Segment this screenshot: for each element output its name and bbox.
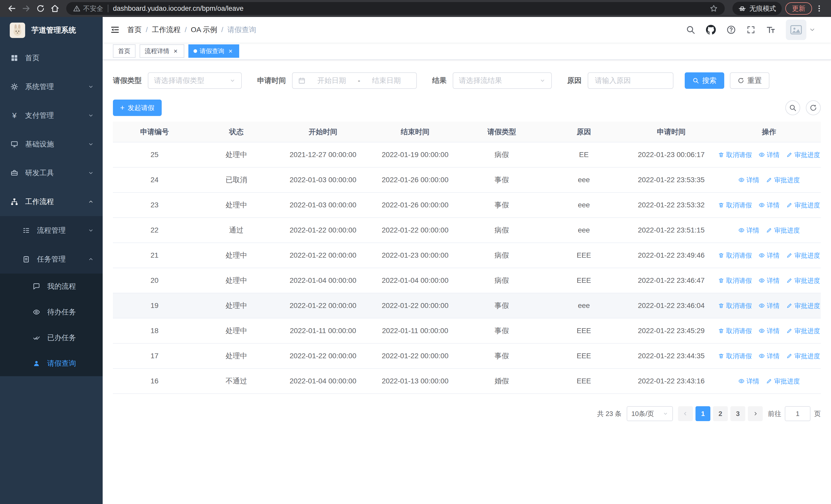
detail-link[interactable]: 详情	[758, 201, 780, 209]
row-actions: 取消请假详情审批进度	[717, 327, 821, 335]
sidebar-item-home[interactable]: 首页	[0, 43, 103, 72]
cell-apply-id: 25	[113, 142, 196, 167]
cancel-leave-link[interactable]: 取消请假	[718, 327, 752, 335]
detail-link[interactable]: 详情	[758, 327, 780, 335]
sidebar-item-my-process[interactable]: 我的流程	[0, 273, 103, 299]
eye-icon	[738, 177, 745, 183]
browser-update-button[interactable]: 更新	[785, 2, 812, 14]
start-date-input[interactable]: 开始日期	[308, 76, 356, 85]
approval-progress-link[interactable]: 审批进度	[786, 151, 820, 159]
page-button-1[interactable]: 1	[695, 406, 710, 421]
detail-link[interactable]: 详情	[738, 377, 760, 385]
cell-actions: 详情审批进度	[717, 368, 821, 394]
close-icon[interactable]	[227, 48, 234, 55]
cancel-leave-link[interactable]: 取消请假	[718, 276, 752, 285]
detail-link[interactable]: 详情	[738, 226, 760, 235]
sidebar-item-devtools[interactable]: 研发工具	[0, 158, 103, 187]
search-icon[interactable]	[686, 25, 695, 35]
sidebar-item-todo-tasks[interactable]: 待办任务	[0, 299, 103, 325]
toggle-search-button[interactable]	[785, 100, 800, 115]
cancel-leave-link[interactable]: 取消请假	[718, 301, 752, 310]
user-menu[interactable]	[786, 20, 815, 40]
reset-button[interactable]: 重置	[730, 72, 769, 89]
goto-page-input[interactable]	[785, 406, 810, 421]
detail-link[interactable]: 详情	[738, 176, 760, 184]
detail-link[interactable]: 详情	[758, 276, 780, 285]
chevron-down-icon	[88, 170, 94, 176]
cell-status: 处理中	[196, 268, 277, 293]
cell-start-time: 2022-01-22 00:00:00	[277, 343, 369, 368]
chevron-down-icon	[229, 78, 236, 84]
address-bar[interactable]: 不安全 dashboard.yudao.iocoder.cn/bpm/oa/le…	[66, 2, 725, 15]
detail-link[interactable]: 详情	[758, 301, 780, 310]
page-size-select[interactable]: 10条/页	[627, 406, 673, 421]
approval-progress-link[interactable]: 审批进度	[766, 377, 800, 385]
browser-reload-button[interactable]	[33, 1, 48, 16]
browser-home-button[interactable]	[48, 1, 62, 16]
cell-apply-time: 2022-01-22 23:49:46	[625, 243, 717, 268]
sidebar-collapse-button[interactable]	[103, 17, 127, 42]
fullscreen-icon[interactable]	[746, 25, 755, 34]
font-size-icon[interactable]	[766, 25, 776, 35]
cancel-leave-link[interactable]: 取消请假	[718, 151, 752, 159]
sidebar-item-infrastructure[interactable]: 基础设施	[0, 130, 103, 158]
approval-progress-link[interactable]: 审批进度	[786, 327, 820, 335]
approval-progress-link[interactable]: 审批进度	[786, 301, 820, 310]
cancel-leave-link[interactable]: 取消请假	[718, 201, 752, 209]
browser-back-button[interactable]	[5, 1, 19, 16]
page-button-3[interactable]: 3	[730, 406, 745, 421]
sidebar-item-done-tasks[interactable]: 已办任务	[0, 325, 103, 351]
date-range-picker[interactable]: 开始日期 - 结束日期	[292, 72, 417, 89]
reason-input[interactable]	[595, 77, 666, 85]
tabs-bar: 首页 流程详情 请假查询	[103, 42, 831, 60]
detail-link[interactable]: 详情	[758, 251, 780, 260]
sidebar-item-process-management[interactable]: 流程管理	[0, 216, 103, 245]
leave-type-select[interactable]: 请选择请假类型	[148, 72, 242, 89]
logo[interactable]: 芋道管理系统	[0, 17, 103, 43]
help-icon[interactable]	[726, 25, 736, 35]
approval-progress-link[interactable]: 审批进度	[786, 352, 820, 360]
main-area: 首页 工作流程 OA 示例 请假查询	[103, 17, 831, 504]
detail-link[interactable]: 详情	[758, 352, 780, 360]
browser-forward-button[interactable]	[19, 1, 33, 16]
prev-page-button[interactable]	[678, 406, 693, 421]
security-warning[interactable]: 不安全	[73, 4, 103, 13]
detail-link[interactable]: 详情	[758, 151, 780, 159]
refresh-table-button[interactable]	[806, 100, 821, 115]
cell-actions: 详情审批进度	[717, 217, 821, 243]
bookmark-star-icon[interactable]	[709, 4, 718, 13]
github-icon[interactable]	[706, 25, 716, 35]
page-button-2[interactable]: 2	[713, 406, 728, 421]
close-icon[interactable]	[172, 48, 179, 55]
tab-home[interactable]: 首页	[113, 45, 136, 58]
sidebar-item-payment[interactable]: ¥ 支付管理	[0, 101, 103, 130]
sidebar-item-system[interactable]: 系统管理	[0, 72, 103, 101]
person-icon	[32, 359, 40, 367]
filter-buttons: 搜索 重置	[685, 72, 769, 89]
sidebar-item-leave-query[interactable]: 请假查询	[0, 351, 103, 376]
approval-progress-link[interactable]: 审批进度	[786, 276, 820, 285]
refresh-icon	[738, 77, 744, 84]
edit-icon	[766, 378, 772, 384]
create-leave-button[interactable]: 发起请假	[113, 99, 162, 116]
cancel-leave-link[interactable]: 取消请假	[718, 251, 752, 260]
table-row: 25 处理中 2021-12-27 00:00:00 2022-01-19 00…	[113, 142, 821, 167]
approval-progress-link[interactable]: 审批进度	[766, 226, 800, 235]
filter-apply-time: 申请时间 开始日期 - 结束日期	[257, 72, 417, 89]
approval-progress-link[interactable]: 审批进度	[786, 251, 820, 260]
breadcrumb-workflow[interactable]: 工作流程	[152, 25, 181, 35]
sidebar-item-task-management[interactable]: 任务管理	[0, 245, 103, 273]
breadcrumb-home[interactable]: 首页	[127, 25, 142, 35]
next-page-button[interactable]	[748, 406, 763, 421]
browser-menu-button[interactable]	[812, 1, 826, 16]
approval-progress-link[interactable]: 审批进度	[786, 201, 820, 209]
search-button[interactable]: 搜索	[685, 72, 724, 89]
result-select[interactable]: 请选择流结果	[453, 72, 552, 89]
end-date-input[interactable]: 结束日期	[362, 76, 411, 85]
cancel-leave-link[interactable]: 取消请假	[718, 352, 752, 360]
approval-progress-link[interactable]: 审批进度	[766, 176, 800, 184]
tab-process-detail[interactable]: 流程详情	[140, 45, 184, 58]
tab-leave-query[interactable]: 请假查询	[189, 45, 239, 58]
sidebar-item-workflow[interactable]: 工作流程	[0, 187, 103, 216]
cell-status: 处理中	[196, 142, 277, 167]
